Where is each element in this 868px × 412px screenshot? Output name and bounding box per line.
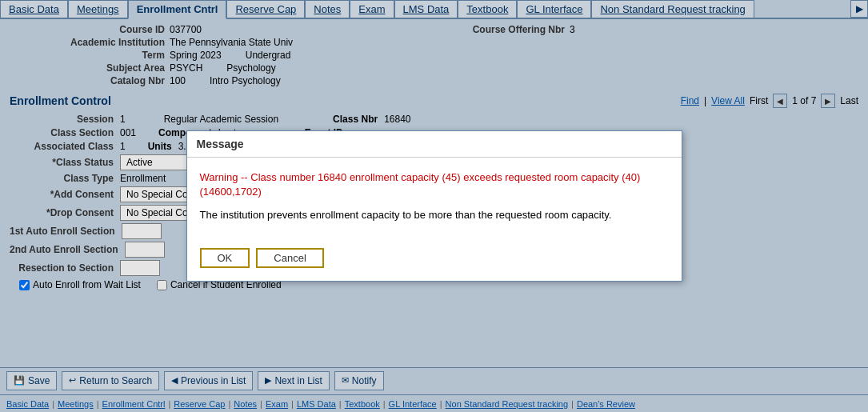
modal-warning-text: Warning -- Class number 16840 enrollment… [200,170,669,199]
modal-cancel-button[interactable]: Cancel [256,248,323,268]
modal-header: Message [187,131,682,158]
message-modal: Message Warning -- Class number 16840 en… [186,130,682,282]
modal-overlay: Message Warning -- Class number 16840 en… [0,0,868,412]
modal-info-text: The institution prevents enrollment capa… [200,208,669,222]
modal-ok-button[interactable]: OK [200,248,250,268]
modal-footer: OK Cancel [187,248,682,281]
modal-body: Warning -- Class number 16840 enrollment… [187,158,682,248]
